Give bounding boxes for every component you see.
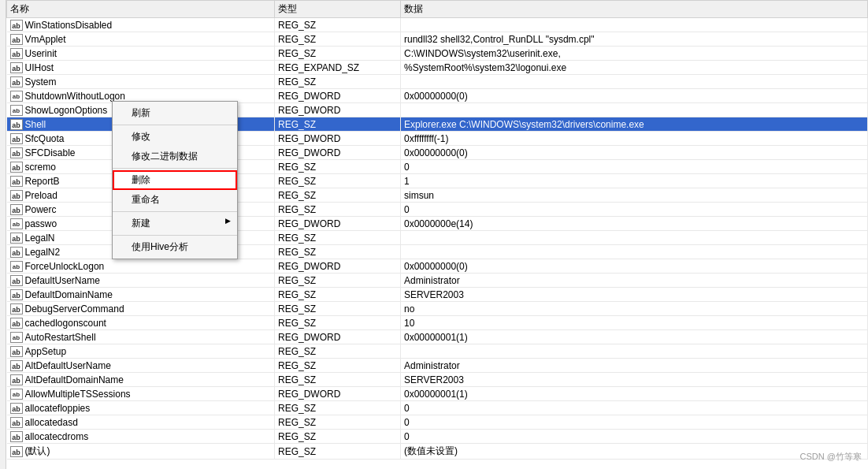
registry-name: WinStationsDisabled bbox=[25, 20, 113, 31]
cell-name-24: abAltDefaultUserName bbox=[7, 359, 275, 373]
context-menu-item-new[interactable]: 新建 bbox=[113, 214, 237, 233]
table-row[interactable]: aballocatedasdREG_SZ0 bbox=[7, 415, 868, 430]
registry-icon: ab bbox=[10, 289, 23, 300]
cell-type-25: REG_SZ bbox=[275, 373, 401, 387]
registry-icon: ab bbox=[10, 147, 23, 158]
registry-name: DefaultUserName bbox=[25, 275, 100, 286]
registry-name: passwo bbox=[25, 218, 57, 229]
registry-icon: ab bbox=[10, 62, 23, 73]
cell-type-19: REG_SZ bbox=[275, 288, 401, 302]
registry-name: LegalN bbox=[25, 233, 55, 244]
cell-data-10: 0 bbox=[401, 160, 868, 174]
registry-icon: ab bbox=[10, 34, 23, 45]
table-row[interactable]: ab(默认)REG_SZ(数值未设置) bbox=[7, 444, 868, 460]
cell-type-28: REG_SZ bbox=[275, 415, 401, 430]
registry-name: Powerc bbox=[25, 204, 57, 215]
table-row[interactable]: abUserinitREG_SZC:\WINDOWS\system32\user… bbox=[7, 47, 868, 61]
cell-name-25: abAltDefaultDomainName bbox=[7, 373, 275, 387]
registry-name: ForceUnlockLogon bbox=[25, 261, 105, 272]
cell-type-4: REG_SZ bbox=[275, 75, 401, 89]
cell-data-25: SERVER2003 bbox=[401, 373, 868, 387]
registry-icon: ab bbox=[10, 431, 23, 442]
cell-name-29: aballocatecdroms bbox=[7, 430, 275, 444]
cell-type-6: REG_DWORD bbox=[275, 103, 401, 117]
cell-data-17: 0x00000000(0) bbox=[401, 259, 868, 274]
cell-name-0: abWinStationsDisabled bbox=[7, 18, 275, 32]
table-row[interactable]: abWinStationsDisabledREG_SZ bbox=[7, 18, 868, 32]
table-row[interactable]: abUIHostREG_EXPAND_SZ%SystemRoot%\system… bbox=[7, 61, 868, 75]
cell-type-7: REG_SZ bbox=[275, 117, 401, 132]
registry-icon: ab bbox=[10, 360, 23, 371]
cell-data-23 bbox=[401, 344, 868, 359]
cell-data-4 bbox=[401, 75, 868, 89]
registry-icon: ab bbox=[10, 76, 23, 87]
table-row[interactable]: aballocatecdromsREG_SZ0 bbox=[7, 430, 868, 444]
registry-name: ReportB bbox=[25, 176, 60, 187]
registry-icon: ab bbox=[10, 275, 23, 286]
registry-name: Userinit bbox=[25, 48, 57, 59]
cell-type-26: REG_DWORD bbox=[275, 387, 401, 401]
cell-data-22: 0x00000001(1) bbox=[401, 330, 868, 344]
registry-name: SFCDisable bbox=[25, 147, 76, 158]
registry-name: System bbox=[25, 76, 57, 87]
cell-type-1: REG_SZ bbox=[275, 32, 401, 47]
table-row[interactable]: abVmAppletREG_SZrundll32 shell32,Control… bbox=[7, 32, 868, 47]
cell-type-20: REG_SZ bbox=[275, 302, 401, 316]
context-menu-item-hive-analyze[interactable]: 使用Hive分析 bbox=[113, 237, 237, 257]
table-row[interactable]: abDefaultDomainNameREG_SZSERVER2003 bbox=[7, 288, 868, 302]
context-menu-item-refresh[interactable]: 刷新 bbox=[113, 103, 237, 123]
registry-icon: ab bbox=[10, 318, 23, 329]
cell-type-13: REG_SZ bbox=[275, 203, 401, 217]
cell-data-16 bbox=[401, 245, 868, 259]
context-menu-item-modify-binary[interactable]: 修改二进制数据 bbox=[113, 147, 237, 166]
cell-name-20: abDebugServerCommand bbox=[7, 302, 275, 316]
cell-data-5: 0x00000000(0) bbox=[401, 89, 868, 103]
cell-name-30: ab(默认) bbox=[7, 444, 275, 460]
registry-name: allocatedasd bbox=[25, 417, 78, 428]
table-row[interactable]: abDebugServerCommandREG_SZno bbox=[7, 302, 868, 316]
context-menu-separator bbox=[113, 211, 237, 212]
registry-icon: ab bbox=[10, 218, 23, 229]
cell-name-17: abForceUnlockLogon bbox=[7, 259, 275, 274]
table-row[interactable]: abForceUnlockLogonREG_DWORD0x00000000(0) bbox=[7, 259, 868, 274]
table-row[interactable]: abAltDefaultDomainNameREG_SZSERVER2003 bbox=[7, 373, 868, 387]
table-row[interactable]: abAutoRestartShellREG_DWORD0x00000001(1) bbox=[7, 330, 868, 344]
registry-icon: ab bbox=[10, 133, 23, 144]
cell-type-22: REG_DWORD bbox=[275, 330, 401, 344]
cell-name-19: abDefaultDomainName bbox=[7, 288, 275, 302]
table-row[interactable]: abSystemREG_SZ bbox=[7, 75, 868, 89]
cell-data-7: Explorer.exe C:\WINDOWS\system32\drivers… bbox=[401, 117, 868, 132]
cell-data-19: SERVER2003 bbox=[401, 288, 868, 302]
table-row[interactable]: abcachedlogonscountREG_SZ10 bbox=[7, 316, 868, 330]
cell-data-28: 0 bbox=[401, 415, 868, 430]
registry-name: ShutdownWithoutLogon bbox=[25, 91, 125, 102]
registry-name: (默认) bbox=[25, 445, 50, 458]
context-menu-item-modify[interactable]: 修改 bbox=[113, 127, 237, 147]
cell-type-30: REG_SZ bbox=[275, 444, 401, 460]
cell-name-18: abDefaultUserName bbox=[7, 274, 275, 288]
cell-type-23: REG_SZ bbox=[275, 344, 401, 359]
table-row[interactable]: aballocatefloppiesREG_SZ0 bbox=[7, 401, 868, 415]
registry-icon: ab bbox=[10, 176, 23, 187]
left-bar bbox=[0, 0, 6, 469]
cell-type-16: REG_SZ bbox=[275, 245, 401, 259]
registry-name: Shell bbox=[25, 119, 46, 130]
registry-icon: ab bbox=[10, 446, 23, 457]
registry-name: AltDefaultDomainName bbox=[25, 374, 124, 385]
table-row[interactable]: abDefaultUserNameREG_SZAdministrator bbox=[7, 274, 868, 288]
context-menu-item-delete[interactable]: 删除 bbox=[113, 170, 237, 190]
table-row[interactable]: abAltDefaultUserNameREG_SZAdministrator bbox=[7, 359, 868, 373]
registry-icon: ab bbox=[10, 332, 23, 343]
registry-icon: ab bbox=[10, 247, 23, 258]
cell-data-13: 0 bbox=[401, 203, 868, 217]
cell-data-2: C:\WINDOWS\system32\userinit.exe, bbox=[401, 47, 868, 61]
table-row[interactable]: abAllowMultipleTSSessionsREG_DWORD0x0000… bbox=[7, 387, 868, 401]
context-menu-separator bbox=[113, 168, 237, 169]
cell-type-18: REG_SZ bbox=[275, 274, 401, 288]
cell-type-8: REG_DWORD bbox=[275, 132, 401, 146]
context-menu-separator bbox=[113, 125, 237, 125]
table-row[interactable]: abAppSetupREG_SZ bbox=[7, 344, 868, 359]
cell-type-24: REG_SZ bbox=[275, 359, 401, 373]
context-menu-item-rename[interactable]: 重命名 bbox=[113, 190, 237, 210]
registry-icon: ab bbox=[10, 20, 23, 31]
